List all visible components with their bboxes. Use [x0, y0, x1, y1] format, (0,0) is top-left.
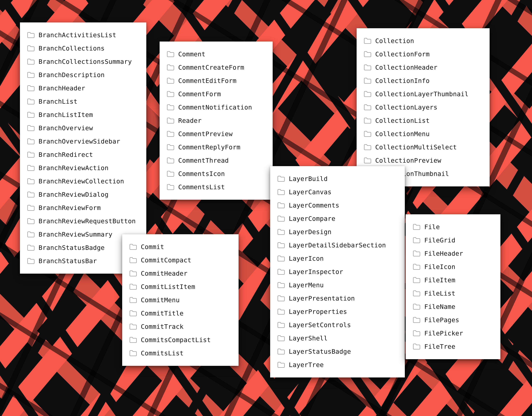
folder-item[interactable]: LayerPresentation — [278, 292, 397, 305]
folder-item[interactable]: CommentEditForm — [167, 74, 265, 87]
folder-item[interactable]: LayerDesign — [278, 225, 397, 239]
folder-label: LayerCompare — [289, 215, 336, 222]
folder-label: BranchStatusBadge — [39, 244, 105, 251]
folder-item[interactable]: BranchCollections — [27, 42, 139, 55]
folder-item[interactable]: BranchOverviewSidebar — [27, 135, 139, 148]
folder-item[interactable]: CommitsCompactList — [129, 333, 231, 347]
folder-item[interactable]: CommitsList — [129, 347, 231, 360]
folder-icon — [27, 59, 35, 65]
folder-item[interactable]: LayerCanvas — [278, 185, 397, 199]
folder-item[interactable]: CollectionHeader — [364, 61, 482, 74]
folder-item[interactable]: BranchListItem — [27, 108, 139, 122]
folder-item[interactable]: FileList — [413, 287, 493, 300]
folder-item[interactable]: LayerComments — [278, 199, 397, 212]
folder-icon — [167, 65, 174, 70]
folder-item[interactable]: CommitTitle — [129, 307, 231, 320]
folder-item[interactable]: CollectionLayers — [364, 101, 482, 114]
folder-item[interactable]: BranchRedirect — [27, 148, 139, 161]
folder-icon — [278, 255, 285, 262]
folder-icon — [278, 269, 285, 275]
folder-item[interactable]: CommentReplyForm — [167, 141, 265, 154]
folder-item[interactable]: BranchReviewRequestButton — [27, 215, 139, 228]
folder-item[interactable]: FilePicker — [413, 327, 493, 340]
folder-item[interactable]: LayerSetControls — [278, 318, 397, 331]
folder-icon — [27, 218, 35, 224]
folder-icon — [27, 152, 35, 158]
folder-item[interactable]: BranchReviewAction — [27, 161, 139, 175]
folder-item[interactable]: LayerIcon — [278, 252, 397, 265]
folder-label: LayerSetControls — [289, 321, 351, 329]
folder-item[interactable]: CommitHeader — [129, 267, 231, 280]
folder-item[interactable]: FileIcon — [413, 260, 493, 274]
folder-item[interactable]: CommitListItem — [129, 280, 231, 293]
folder-icon — [27, 72, 35, 78]
folder-item[interactable]: LayerMenu — [278, 278, 397, 292]
folder-item[interactable]: Commit — [129, 240, 231, 254]
folder-label: BranchStatusBar — [39, 257, 97, 265]
folder-label: CommentsIcon — [178, 170, 225, 177]
folder-icon — [129, 324, 137, 330]
folder-icon — [27, 258, 35, 264]
folder-item[interactable]: Collection — [364, 34, 482, 47]
folder-item[interactable]: CommentsList — [167, 180, 265, 194]
folder-item[interactable]: CollectionMultiSelect — [364, 141, 482, 154]
folder-item[interactable]: CollectionForm — [364, 47, 482, 61]
folder-item[interactable]: BranchReviewDialog — [27, 188, 139, 201]
folder-label: BranchRedirect — [39, 151, 93, 158]
folder-item[interactable]: BranchDescription — [27, 68, 139, 82]
folder-label: Commit — [141, 243, 164, 251]
folder-item[interactable]: CommentPreview — [167, 127, 265, 141]
folder-item[interactable]: LayerDetailSidebarSection — [278, 239, 397, 252]
folder-item[interactable]: LayerStatusBadge — [278, 345, 397, 358]
folder-icon — [27, 191, 35, 198]
folder-item[interactable]: BranchActivitiesList — [27, 28, 139, 42]
folder-item[interactable]: CommentCreateForm — [167, 61, 265, 74]
folder-item[interactable]: LayerTree — [278, 358, 397, 371]
folder-item[interactable]: LayerCompare — [278, 212, 397, 225]
folder-label: FileItem — [424, 276, 455, 284]
folder-item[interactable]: LayerInspector — [278, 265, 397, 278]
folder-item[interactable]: CommentNotification — [167, 101, 265, 114]
folder-item[interactable]: FileName — [413, 300, 493, 313]
folder-label: CommitTitle — [141, 310, 184, 317]
folder-item[interactable]: CommitMenu — [129, 293, 231, 307]
folder-item[interactable]: CommitTrack — [129, 320, 231, 333]
folder-item[interactable]: FileGrid — [413, 234, 493, 247]
folder-label: CommentPreview — [178, 130, 232, 138]
folder-item[interactable]: CollectionInfo — [364, 74, 482, 87]
folder-label: FilePicker — [424, 330, 463, 337]
folder-item[interactable]: LayerProperties — [278, 305, 397, 318]
folder-item[interactable]: FileTree — [413, 340, 493, 353]
folder-item[interactable]: BranchReviewForm — [27, 201, 139, 215]
folder-item[interactable]: CollectionMenu — [364, 127, 482, 141]
folder-item[interactable]: BranchList — [27, 95, 139, 108]
folder-item[interactable]: LayerShell — [278, 331, 397, 345]
folder-item[interactable]: BranchHeader — [27, 82, 139, 95]
folder-icon — [278, 309, 285, 315]
folder-item[interactable]: BranchOverview — [27, 122, 139, 135]
folder-label: CollectionHeader — [375, 64, 437, 71]
folder-label: LayerInspector — [289, 268, 343, 275]
folder-icon — [27, 98, 35, 104]
folder-item[interactable]: CommitCompact — [129, 254, 231, 267]
folder-label: LayerStatusBadge — [289, 348, 351, 355]
folder-item[interactable]: File — [413, 220, 493, 234]
folder-item[interactable]: LayerBuild — [278, 172, 397, 185]
folder-item[interactable]: CommentForm — [167, 87, 265, 101]
folder-item[interactable]: FileHeader — [413, 247, 493, 260]
folder-item[interactable]: FileItem — [413, 274, 493, 287]
folder-label: LayerMenu — [289, 281, 324, 289]
folder-item[interactable]: BranchReviewCollection — [27, 175, 139, 188]
folder-item[interactable]: CollectionLayerThumbnail — [364, 87, 482, 101]
folder-item[interactable]: BranchCollectionsSummary — [27, 55, 139, 68]
folder-item[interactable]: Reader — [167, 114, 265, 127]
folder-item[interactable]: CommentsIcon — [167, 167, 265, 180]
folder-label: CommitsCompactList — [141, 336, 211, 344]
folder-icon — [278, 176, 285, 182]
folder-item[interactable]: Comment — [167, 47, 265, 61]
folder-item[interactable]: CommentThread — [167, 154, 265, 167]
folder-item[interactable]: CollectionList — [364, 114, 482, 127]
folder-item[interactable]: CollectionPreview — [364, 154, 482, 167]
folder-item[interactable]: FilePages — [413, 313, 493, 327]
folder-label: CommentForm — [178, 90, 221, 98]
